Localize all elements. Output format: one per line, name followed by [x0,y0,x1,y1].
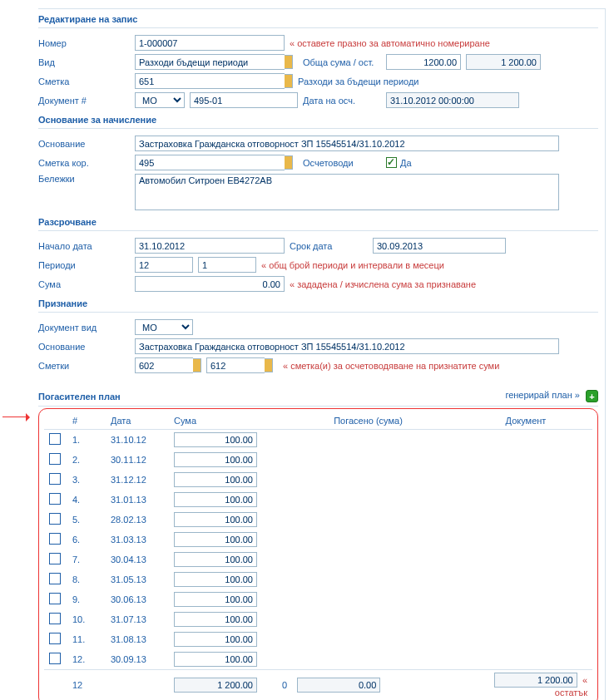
table-row: 1.31.10.12 [44,430,592,451]
col-paid: Погасено (сума) [277,412,459,430]
label-doc-no: Документ # [38,96,135,106]
label-start-date: Начало дата [38,241,135,251]
row-checkbox[interactable] [49,633,61,644]
lookup-acc2-icon[interactable] [265,358,273,372]
basis-input[interactable] [135,136,559,151]
row-sum-input[interactable] [174,592,257,607]
total-paid-n: 0 [282,680,287,690]
table-row: 3.31.12.12 [44,470,592,490]
generate-plan-link[interactable]: генерирай план » [505,390,580,400]
lookup-acc1-icon[interactable] [193,358,201,372]
row-sum-input[interactable] [174,652,257,667]
total-paid [297,678,380,693]
row-sum-input[interactable] [174,552,257,567]
row-checkbox[interactable] [49,593,61,604]
section-installments: Разсрочване [38,212,598,231]
number-input[interactable] [135,35,285,51]
row-checkbox[interactable] [49,513,61,525]
row-checkbox[interactable] [49,473,61,485]
total-doc [494,673,577,688]
row-n: 5. [67,510,106,530]
label-end-date: Срок дата [290,241,373,251]
recog-acc2-input[interactable] [206,357,265,373]
label-sum: Сума [38,279,135,289]
posted-yes: Да [400,158,412,168]
lookup-kind-icon[interactable] [285,55,293,69]
row-checkbox[interactable] [49,453,61,465]
periods-input[interactable] [135,257,193,273]
row-n: 1. [67,430,106,451]
total-input[interactable] [386,54,461,70]
plan-box: # Дата Сума Погасено (сума) Документ 1.3… [38,408,598,700]
row-n: 2. [67,450,106,470]
row-checkbox[interactable] [49,533,61,545]
row-sum-input[interactable] [174,472,257,487]
add-row-icon[interactable]: + [586,390,598,402]
label-recog-basis: Основание [38,342,135,352]
table-row: 11.31.08.13 [44,629,592,649]
corr-account-input[interactable] [135,155,285,170]
interval-input[interactable] [198,257,256,273]
end-date-input[interactable] [373,238,506,254]
row-sum-input[interactable] [174,452,257,467]
arrow-icon [2,412,34,422]
row-date: 28.02.13 [106,510,169,530]
account-desc: Разходи за бъдещи периоди [298,76,418,86]
row-n: 4. [67,490,106,510]
total-count: 12 [67,670,106,701]
hint-sum: « зададена / изчислена сума за признаван… [290,279,476,289]
total-sum [174,678,257,693]
row-n: 9. [67,589,106,609]
lookup-corr-account-icon[interactable] [285,155,293,170]
table-row: 10.31.07.13 [44,609,592,629]
posted-checkbox[interactable] [386,157,397,168]
row-sum-input[interactable] [174,572,257,587]
row-checkbox[interactable] [49,493,61,505]
row-sum-input[interactable] [174,632,257,647]
table-row: 8.31.05.13 [44,569,592,589]
recog-basis-input[interactable] [135,338,559,354]
label-notes: Бележки [38,174,135,184]
row-n: 6. [67,530,106,550]
kind-input[interactable] [135,54,285,70]
row-checkbox[interactable] [49,653,61,664]
doc-type-select[interactable]: МО [135,92,185,108]
section-accrual-basis: Основание за начисление [38,110,598,129]
row-n: 3. [67,470,106,490]
recog-doc-kind-select[interactable]: МО [135,319,193,335]
plan-table: # Дата Сума Погасено (сума) Документ 1.3… [44,412,592,700]
recog-acc1-input[interactable] [135,357,193,373]
row-checkbox[interactable] [49,613,61,624]
hint-accounts: « сметка(и) за осчетоводяване на признат… [283,361,499,371]
account-input[interactable] [135,73,285,89]
row-date: 31.01.13 [106,490,169,510]
rest-input [466,54,541,70]
row-date: 30.11.12 [106,450,169,470]
label-number: Номер [38,38,135,48]
notes-textarea[interactable]: Автомобил Ситроен ЕВ4272АВ [135,174,559,210]
doc-no-input[interactable] [190,92,298,108]
row-sum-input[interactable] [174,512,257,527]
label-acc-date: Дата на осч. [303,96,386,106]
start-date-input[interactable] [135,238,285,254]
row-sum-input[interactable] [174,532,257,547]
row-sum-input[interactable] [174,432,257,447]
col-date: Дата [106,412,169,430]
row-sum-input[interactable] [174,612,257,627]
row-sum-input[interactable] [174,492,257,507]
row-date: 31.05.13 [106,569,169,589]
row-checkbox[interactable] [49,553,61,564]
row-checkbox[interactable] [49,573,61,584]
row-date: 31.07.13 [106,609,169,629]
table-row: 5.28.02.13 [44,510,592,530]
table-row: 9.30.06.13 [44,589,592,609]
row-n: 10. [67,609,106,629]
sum-input[interactable] [135,276,285,292]
lookup-account-icon[interactable] [285,74,293,88]
label-total-rest: Обща сума / ост. [303,57,386,67]
row-date: 30.06.13 [106,589,169,609]
col-doc: Документ [459,412,592,430]
label-periods: Периоди [38,260,135,270]
row-checkbox[interactable] [49,433,61,445]
section-recognition: Признание [38,293,598,313]
